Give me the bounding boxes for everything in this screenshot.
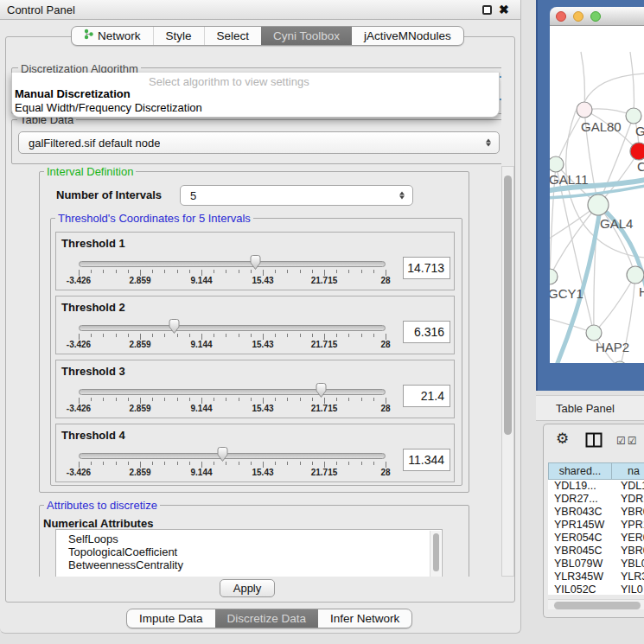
threshold-value-field[interactable]: 6.316 xyxy=(403,321,450,343)
slider-tick xyxy=(91,270,92,273)
slider-tick xyxy=(226,398,226,401)
cell-shared-name: YBL079W xyxy=(548,558,621,571)
slider-tick xyxy=(103,334,104,337)
slider-handle[interactable] xyxy=(216,446,229,462)
threshold-panel-4: Threshold 4-3.4262.8599.14415.4321.71528… xyxy=(55,424,455,482)
slider-track[interactable] xyxy=(79,389,386,395)
table-row[interactable]: YBL079WYBL0 xyxy=(548,558,644,571)
list-item-selfloops[interactable]: SelfLoops xyxy=(56,532,442,545)
network-edge[interactable] xyxy=(584,73,644,102)
cell-name: YIL0 xyxy=(621,583,644,595)
table-rows[interactable]: YDL19...YDL1YDR27...YDR2YBR043CYBR0YPR14… xyxy=(548,480,644,595)
table-row[interactable]: YBR045CYBR0 xyxy=(548,545,644,558)
slider-handle[interactable] xyxy=(168,318,181,335)
table-horizontal-scrollbar[interactable] xyxy=(548,599,644,609)
numerical-attributes-list[interactable]: SelfLoopsTopologicalCoefficientBetweenne… xyxy=(55,529,443,577)
slider-tick-label: -3.426 xyxy=(60,468,98,477)
slider-track[interactable] xyxy=(79,261,386,267)
slider-track[interactable] xyxy=(79,325,386,331)
table-row[interactable]: YBR043CYBR0 xyxy=(548,506,644,519)
cell-name: YER0 xyxy=(621,532,644,545)
network-window-titlebar xyxy=(550,7,644,26)
gear-icon[interactable]: ⚙ xyxy=(556,430,569,448)
table-hscrollbar-thumb[interactable] xyxy=(554,602,641,609)
threshold-panel-3: Threshold 3-3.4262.8599.14415.4321.71528… xyxy=(55,360,455,418)
network-node-red-node[interactable] xyxy=(630,143,644,160)
attributes-group-label: Attributes to discretize xyxy=(44,499,160,512)
slider-tick-label: -3.426 xyxy=(60,340,98,349)
network-edge[interactable] xyxy=(556,110,584,164)
slider-tick-label: 28 xyxy=(367,404,405,413)
network-node-gcy1[interactable] xyxy=(550,269,558,284)
network-edge[interactable] xyxy=(581,52,585,110)
slider-tick-label: 9.144 xyxy=(182,340,220,349)
list-scrollbar-thumb[interactable] xyxy=(433,533,439,571)
threshold-label: Threshold 4 xyxy=(61,429,125,442)
cell-shared-name: YLR345W xyxy=(548,571,621,583)
list-scrollbar[interactable] xyxy=(430,531,441,577)
minimize-traffic-light-icon[interactable] xyxy=(573,11,583,22)
popup-item-equal-width-frequency-discretization[interactable]: Equal Width/Frequency Discretization xyxy=(15,101,202,114)
table-row[interactable]: YDL19...YDL1 xyxy=(548,480,644,493)
network-node-gal80[interactable] xyxy=(577,102,592,118)
bottom-tab-label: Discretize Data xyxy=(227,609,307,628)
network-node-gal4[interactable] xyxy=(588,194,609,215)
slider-handle[interactable] xyxy=(249,254,262,271)
network-node-label: GAL80 xyxy=(581,119,622,134)
list-item-topologicalcoefficient[interactable]: TopologicalCoefficient xyxy=(56,545,442,558)
slider-tick xyxy=(201,462,202,468)
slider-tick xyxy=(239,334,239,337)
table-header-row: shared... na xyxy=(548,462,644,480)
slider-tick xyxy=(116,398,117,401)
slider-tick-label: 2.859 xyxy=(121,468,159,477)
split-columns-icon[interactable] xyxy=(585,432,603,448)
network-node-label: GAL4 xyxy=(600,216,633,231)
bottom-tab-infer-network[interactable]: Infer Network xyxy=(318,609,411,628)
slider-handle[interactable] xyxy=(315,382,328,399)
list-item-betweennesscentrality[interactable]: BetweennessCentrality xyxy=(56,558,442,571)
network-node-bottom[interactable] xyxy=(613,361,627,363)
table-row[interactable]: YLR345WYLR3 xyxy=(548,571,644,583)
slider-tick xyxy=(201,398,202,404)
threshold-value-field[interactable]: 14.713 xyxy=(403,257,450,279)
form-scrollbar-thumb[interactable] xyxy=(504,175,512,435)
slider-track[interactable] xyxy=(79,453,386,459)
network-node-label: GCY1 xyxy=(550,286,583,301)
slider-tick-label: 15.43 xyxy=(244,404,282,413)
maximize-traffic-light-icon[interactable] xyxy=(590,11,601,22)
slider-tick xyxy=(373,334,374,337)
network-node-hap2[interactable] xyxy=(586,325,602,341)
threshold-value-field[interactable]: 11.344 xyxy=(403,449,450,471)
number-of-intervals-combobox[interactable]: 5 xyxy=(180,185,413,206)
table-row[interactable]: YER054CYER0 xyxy=(548,532,644,545)
slider-tick xyxy=(152,334,153,337)
slider-tick xyxy=(348,398,349,401)
table-row[interactable]: YDR27...YDR2 xyxy=(548,493,644,506)
column-header-shared-name[interactable]: shared... xyxy=(548,462,612,480)
slider-tick xyxy=(287,462,288,465)
apply-button[interactable]: Apply xyxy=(220,579,275,597)
slider-tick xyxy=(152,398,153,401)
cell-shared-name: YBR043C xyxy=(548,506,621,519)
column-header-name[interactable]: na xyxy=(612,462,644,480)
bottom-tab-impute-data[interactable]: Impute Data xyxy=(127,609,215,628)
slider-tick xyxy=(128,270,129,273)
network-node-h-node[interactable] xyxy=(627,266,644,284)
bottom-tab-discretize-data[interactable]: Discretize Data xyxy=(215,609,319,628)
form-scrollbar[interactable] xyxy=(501,166,514,577)
cell-name: YPR1 xyxy=(621,519,644,532)
threshold-value-field[interactable]: 21.4 xyxy=(403,385,450,407)
table-row[interactable]: YIL052CYIL0 xyxy=(548,583,644,595)
slider-tick xyxy=(324,270,325,276)
network-node-gal11[interactable] xyxy=(550,156,564,172)
slider-tick xyxy=(287,334,288,337)
table-row[interactable]: YPR145WYPR1 xyxy=(548,519,644,532)
network-edge[interactable] xyxy=(630,52,634,116)
slider-tick xyxy=(324,462,325,468)
popup-item-manual-discretization[interactable]: Manual Discretization xyxy=(15,87,131,100)
network-node-top-right[interactable] xyxy=(626,108,641,124)
table-data-combobox[interactable]: galFiltered.sif default node xyxy=(18,131,500,154)
network-canvas[interactable]: GAL80GACGAL11GAL4GCY1HHAP2 xyxy=(550,26,644,363)
checkbox-columns-icon[interactable]: ☑☑ xyxy=(616,435,639,447)
close-traffic-light-icon[interactable] xyxy=(556,11,566,22)
